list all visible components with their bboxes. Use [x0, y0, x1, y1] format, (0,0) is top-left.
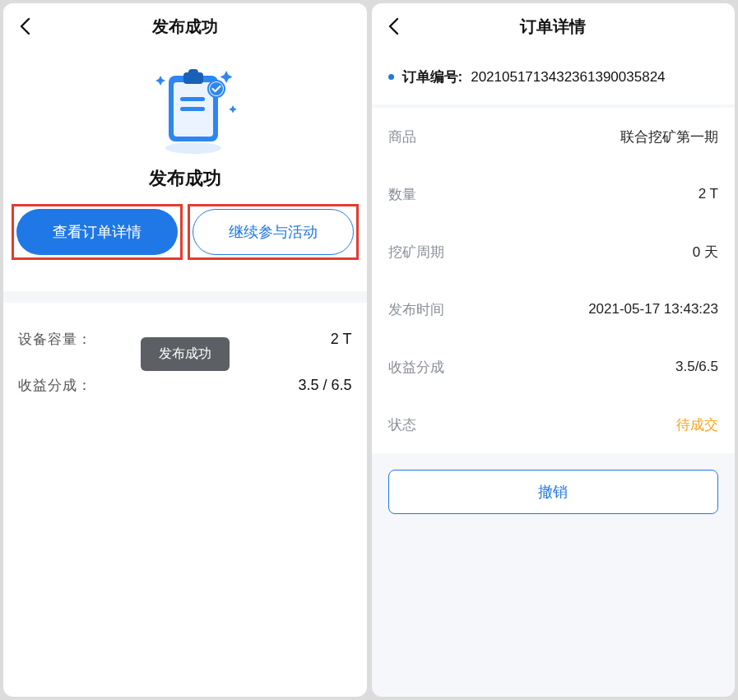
detail-value: 待成交 — [676, 415, 718, 434]
order-details: 商品联合挖矿第一期数量2 T挖矿周期0 天发布时间2021-05-17 13:4… — [372, 108, 736, 453]
cancel-order-button[interactable]: 撤销 — [388, 470, 719, 514]
detail-value: 3.5/6.5 — [675, 359, 718, 375]
detail-row: 发布时间2021-05-17 13:43:23 — [388, 280, 719, 338]
header-title: 发布成功 — [3, 16, 367, 38]
header-right: 订单详情 — [372, 3, 736, 49]
order-number-bar: 订单编号: 2021051713432361390035824 — [372, 49, 736, 104]
phone-publish-success: 发布成功 — [3, 3, 367, 697]
detail-value: 2021-05-17 13:43:23 — [588, 301, 718, 318]
detail-label: 收益分成 — [388, 358, 444, 377]
success-illustration — [144, 64, 226, 155]
clipboard-icon — [144, 64, 243, 155]
info-block: 设备容量： 2 T 收益分成： 3.5 / 6.5 发布成功 — [3, 303, 367, 431]
dual-phone-viewport: 发布成功 — [0, 0, 738, 700]
header-left: 发布成功 — [3, 3, 367, 49]
share-label: 收益分成： — [18, 376, 92, 395]
detail-row: 状态待成交 — [388, 396, 719, 453]
highlight-frame — [188, 204, 359, 260]
detail-label: 状态 — [388, 415, 416, 434]
detail-label: 商品 — [388, 127, 416, 146]
detail-value: 2 T — [699, 186, 718, 202]
success-text: 发布成功 — [149, 166, 221, 191]
detail-value: 联合挖矿第一期 — [620, 127, 718, 146]
detail-value: 0 天 — [693, 243, 718, 262]
detail-row: 挖矿周期0 天 — [388, 223, 719, 280]
order-number-value: 2021051713432361390035824 — [471, 69, 718, 86]
detail-row: 数量2 T — [388, 165, 719, 223]
capacity-label: 设备容量： — [18, 330, 92, 349]
svg-rect-4 — [188, 69, 198, 76]
detail-row: 商品联合挖矿第一期 — [388, 108, 719, 165]
cancel-section: 撤销 — [372, 453, 736, 531]
header-title: 订单详情 — [372, 16, 736, 38]
detail-label: 发布时间 — [388, 300, 444, 319]
order-number-label: 订单编号: — [402, 67, 463, 86]
svg-rect-6 — [180, 107, 205, 111]
svg-rect-5 — [180, 97, 205, 101]
phone-order-detail: 订单详情 订单编号: 2021051713432361390035824 商品联… — [372, 3, 736, 697]
chevron-left-icon — [19, 17, 30, 35]
section-divider — [3, 291, 367, 303]
detail-row: 收益分成3.5/6.5 — [388, 338, 719, 396]
bullet-icon — [388, 74, 394, 80]
share-value: 3.5 / 6.5 — [298, 377, 351, 394]
detail-label: 挖矿周期 — [388, 243, 444, 262]
back-button[interactable] — [15, 16, 35, 36]
toast: 发布成功 — [141, 337, 230, 371]
chevron-left-icon — [388, 17, 399, 35]
button-row: 查看订单详情 继续参与活动 — [3, 209, 367, 275]
detail-label: 数量 — [388, 185, 416, 204]
highlight-frame — [12, 204, 183, 260]
svg-point-0 — [165, 142, 221, 154]
capacity-value: 2 T — [331, 331, 352, 348]
back-button[interactable] — [383, 16, 403, 36]
success-section: 发布成功 查看订单详情 继续参与活动 — [3, 49, 367, 291]
